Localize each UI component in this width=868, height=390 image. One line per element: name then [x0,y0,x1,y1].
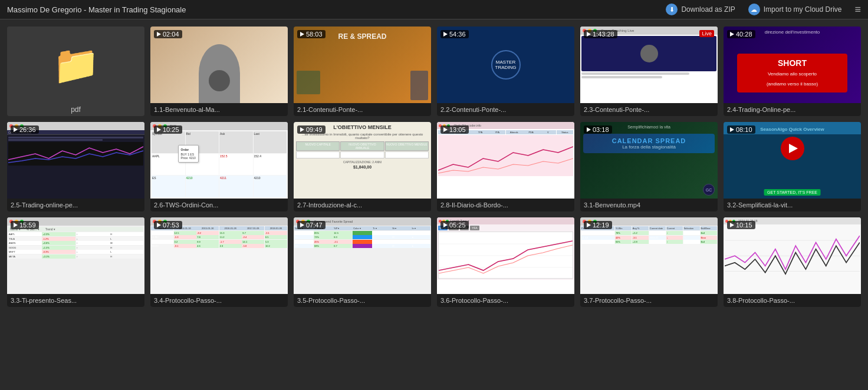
list-item[interactable]: Pattern % Win Avg % Current date Current… [580,217,718,307]
video-thumb: TWS Symbol Bid Ask Last AAPL 152.3 152.5… [150,122,288,199]
folder-thumb: 📁 [7,27,144,103]
list-item[interactable]: TWS Symbol Bid Ask Last AAPL 152.3 152.5… [150,122,288,211]
duration-badge: 02:04 [154,30,182,38]
video-thumb: Name ▾ 2014-01-16 2015-01-16 2016-01-26 … [150,217,288,294]
content-grid: 📁 pdf 02:04 1.1-Benvenuto-al-Ma... RE & … [0,19,868,314]
video-thumb: direzione dell'investimento SHORTVendiam… [724,27,861,103]
header: Massimo De Gregorio - Master in Trading … [0,0,868,19]
live-badge: Live [699,30,714,37]
card-label: 3.6-Protocollo-Passo-... [437,294,574,307]
video-thumb: RE & SPREAD 58:03 [294,27,431,103]
duration-badge: 12:19 [584,221,612,229]
card-label: 2.2-Contenuti-Ponte-... [437,103,574,116]
list-item[interactable]: OPEN CHANNEL [7,122,144,211]
video-thumb: Pattern % Win Avg % Current date Current… [580,217,718,294]
list-item[interactable]: MASTERTRADING 54:36 2.2-Contenuti-Ponte-… [437,27,574,116]
card-label: 3.3-Ti-presento-Seas... [7,294,144,307]
video-thumb: SeasonAlgo Quick Overview GET STARTED, I… [724,122,861,199]
duration-badge: 40:28 [727,30,755,38]
card-label: pdf [7,103,144,116]
folder-icon: 📁 [52,46,100,84]
duration-badge: 1:43:28 [584,30,617,38]
download-zip-button[interactable]: ⬇ Download as ZIP [661,1,739,18]
list-item[interactable]: 02:04 1.1-Benvenuto-al-Ma... [150,27,288,116]
card-label: 3.1-Benvenuto.mp4 [580,199,718,211]
video-thumb: Group Coaching Live 1:43:28 Live [580,27,718,103]
list-item[interactable]: 2024-01-25:18 10:15 3.8-Protocollo-Pass [724,217,861,307]
list-item[interactable]: L'OBIETTIVO MENSILE ...se investissimo i… [294,122,431,211]
video-thumb: 2024-01-25:18 10:15 [724,217,861,294]
list-item[interactable]: @info@thecoder.info ETG CG3 TPA YFA Atte… [437,122,574,211]
list-item[interactable]: SeasonAlgo Quick Overview GET STARTED, I… [724,122,861,211]
card-label: 3.8-Protocollo-Passo-... [724,294,861,307]
list-item[interactable]: Name ▾ 2014-01-16 2015-01-16 2016-01-26 … [150,217,288,307]
list-item[interactable]: Semplifichiamoci la vita CALENDAR SPREAD… [580,122,718,211]
short-badge: SHORTVendiamo allo scoperto(andiamo vers… [737,54,847,92]
video-thumb: L'OBIETTIVO MENSILE ...se investissimo i… [294,122,431,199]
list-item[interactable]: Length Type ▾ BTG CTG TPA YFA [437,217,574,307]
cloud-icon: ☁ [748,4,760,15]
import-cloud-button[interactable]: ☁ Import to my Cloud Drive [744,1,847,18]
card-label: 2.4-Trading-Online-pe... [724,103,861,116]
card-label: 2.5-Trading-online-pe... [7,199,144,211]
card-label: 2.6-TWS-Ordini-Con... [150,199,288,211]
duration-badge: 26:36 [11,125,39,134]
list-item[interactable]: Group Coaching Live 1:43:28 Live 2.3-Con… [580,27,718,116]
video-thumb: Length Type ▾ BTG CTG TPA YFA [437,217,574,294]
card-label: 1.1-Benvenuto-al-Ma... [150,103,288,116]
menu-icon[interactable]: ≡ [854,4,861,16]
duration-badge: 07:47 [297,221,326,229]
duration-badge: 09:49 [297,125,326,134]
video-thumb: @info@thecoder.info ETG CG3 TPA YFA Atte… [437,122,574,199]
duration-badge: 08:10 [727,125,755,134]
list-item[interactable]: RE & SPREAD 58:03 2.1-Contenuti-Ponte-..… [294,27,431,116]
list-item[interactable]: direzione dell'investimento SHORTVendiam… [724,27,861,116]
duration-badge: 05:25 [440,221,469,229]
video-thumb: 02:04 [150,27,288,103]
card-label: 2.8-Il-Diario-di-Bordo-... [437,199,574,211]
page-title: Massimo De Gregorio - Master in Trading … [7,5,186,14]
duration-badge: 10:25 [154,125,182,134]
card-label: 2.1-Contenuti-Ponte-... [294,103,431,116]
list-item[interactable]: Recommend Favorite Spread Name ▾ % Win ▾… [294,217,431,307]
video-thumb: Recommend Favorite Spread Name ▾ % Win ▾… [294,217,431,294]
card-label: 3.4-Protocollo-Passo-... [150,294,288,307]
card-label: 2.7-Introduzione-al-c... [294,199,431,211]
video-thumb: OPEN CHANNEL [7,122,144,199]
card-label: 3.2-Semplificati-la-vit... [724,199,861,211]
card-label: 3.7-Protocollo-Passo-... [580,294,718,307]
list-item[interactable]: Name ▾ % Sto... ▾ Trend ▾ AAPL+2.3%↑H TS… [7,217,144,307]
video-thumb: Semplifichiamoci la vita CALENDAR SPREAD… [580,122,718,199]
duration-badge: 10:15 [727,221,755,229]
header-actions: ⬇ Download as ZIP ☁ Import to my Cloud D… [661,1,861,18]
duration-badge: 15:59 [11,221,39,229]
duration-badge: 13:05 [440,125,469,134]
download-icon: ⬇ [666,4,678,15]
video-thumb: Name ▾ % Sto... ▾ Trend ▾ AAPL+2.3%↑H TS… [7,217,144,294]
card-label: 3.5-Protocollo-Passo-... [294,294,431,307]
duration-badge: 54:36 [440,30,469,38]
card-label: 2.3-Contenuti-Ponte-... [580,103,718,116]
duration-badge: 07:53 [154,221,182,229]
list-item[interactable]: 📁 pdf [7,27,144,116]
video-thumb: MASTERTRADING 54:36 [437,27,574,103]
duration-badge: 58:03 [297,30,326,38]
duration-badge: 03:18 [584,125,612,134]
